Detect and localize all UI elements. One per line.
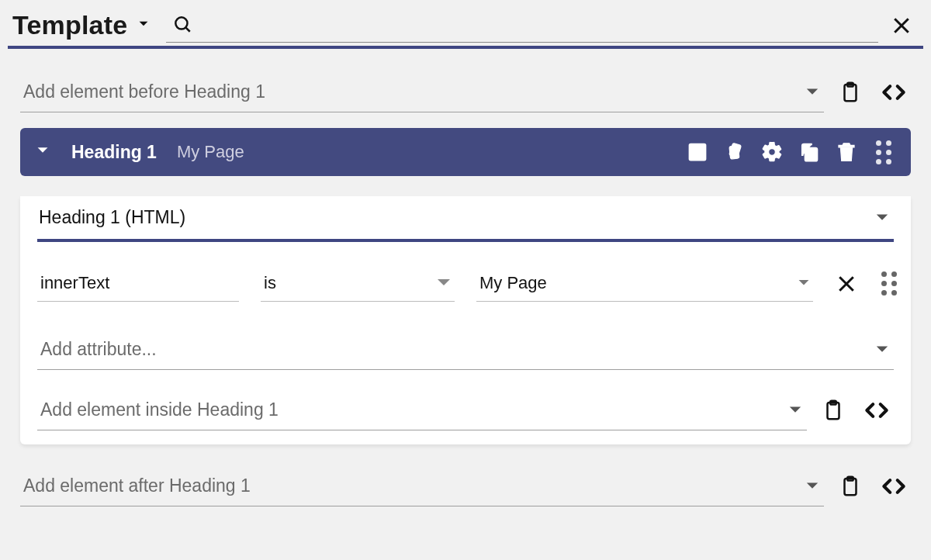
add-before-row: Add element before Heading 1 [20, 72, 911, 112]
add-attribute-input[interactable]: Add attribute... [37, 330, 894, 370]
element-name: Heading 1 [71, 142, 157, 163]
element-type-select[interactable]: Heading 1 (HTML) [37, 196, 894, 242]
property-value-input[interactable]: My Page [476, 265, 813, 302]
clipboard-icon [822, 399, 845, 422]
property-op-value: is [264, 273, 276, 293]
property-name-value: innerText [40, 273, 109, 293]
element-subtitle: My Page [177, 142, 244, 162]
collapse-toggle[interactable] [34, 142, 51, 163]
element-type-row: Heading 1 (HTML) [20, 196, 911, 242]
close-icon [890, 14, 913, 37]
remove-property-button[interactable] [835, 267, 858, 301]
close-button[interactable] [884, 9, 919, 43]
add-after-placeholder: Add element after Heading 1 [20, 466, 805, 506]
element-panel: Heading 1 (HTML) innerText is My Page [20, 196, 911, 444]
paste-after-button[interactable] [833, 469, 867, 503]
gear-icon [760, 140, 784, 164]
delete-button[interactable] [833, 139, 860, 165]
drag-handle[interactable] [870, 139, 897, 165]
add-element-inside-input[interactable]: Add element inside Heading 1 [37, 390, 807, 430]
clipboard-icon [839, 81, 862, 104]
add-inside-row: Add element inside Heading 1 [20, 390, 911, 430]
svg-line-1 [186, 28, 190, 32]
add-before-placeholder: Add element before Heading 1 [20, 72, 805, 112]
cards-icon [723, 140, 746, 164]
property-val-value: My Page [479, 273, 547, 293]
chevron-down-icon [798, 278, 810, 288]
add-after-row: Add element after Heading 1 [20, 466, 911, 506]
code-button[interactable] [877, 75, 911, 109]
paste-inside-button[interactable] [816, 393, 850, 427]
template-dropdown-chevron-icon[interactable] [133, 13, 154, 37]
settings-button[interactable] [759, 139, 785, 165]
chevron-down-icon [805, 481, 819, 492]
add-attribute-placeholder: Add attribute... [37, 330, 875, 369]
close-icon [835, 272, 858, 296]
open-external-button[interactable] [684, 139, 711, 165]
chevron-down-icon [436, 278, 452, 289]
property-row: innerText is My Page [20, 265, 911, 302]
property-op-select[interactable]: is [261, 265, 455, 302]
code-icon [862, 396, 891, 425]
code-icon [879, 472, 909, 501]
trash-icon [835, 140, 858, 164]
clipboard-icon [839, 475, 862, 498]
duplicate-button[interactable] [796, 139, 822, 165]
property-name-select[interactable]: innerText [37, 265, 239, 302]
styles-button[interactable] [722, 139, 748, 165]
code-inside-button[interactable] [860, 393, 894, 427]
add-element-after-input[interactable]: Add element after Heading 1 [20, 466, 824, 506]
add-inside-placeholder: Add element inside Heading 1 [37, 390, 788, 430]
duplicate-icon [798, 140, 821, 164]
chevron-down-icon [788, 405, 802, 416]
property-drag-handle[interactable] [880, 267, 898, 301]
add-element-before-input[interactable]: Add element before Heading 1 [20, 72, 824, 112]
search-icon [172, 14, 192, 34]
panel-title: Template [12, 10, 127, 40]
element-type-label: Heading 1 (HTML) [37, 196, 875, 239]
search-input[interactable] [166, 8, 878, 43]
panel-header: Template [8, 8, 923, 49]
open-external-icon [686, 140, 709, 164]
code-icon [879, 78, 909, 107]
chevron-down-icon [34, 142, 51, 159]
chevron-down-icon [875, 213, 889, 223]
drag-icon [881, 271, 897, 296]
svg-point-0 [176, 17, 188, 29]
paste-button[interactable] [833, 75, 867, 109]
chevron-down-icon [875, 344, 889, 355]
panel-body: Add element before Heading 1 Heading 1 M… [8, 49, 923, 506]
drag-icon [876, 140, 891, 164]
chevron-down-icon [805, 87, 819, 98]
add-attribute-row: Add attribute... [20, 330, 911, 370]
element-bar: Heading 1 My Page [20, 128, 911, 176]
svg-rect-9 [729, 146, 739, 159]
code-after-button[interactable] [877, 469, 911, 503]
